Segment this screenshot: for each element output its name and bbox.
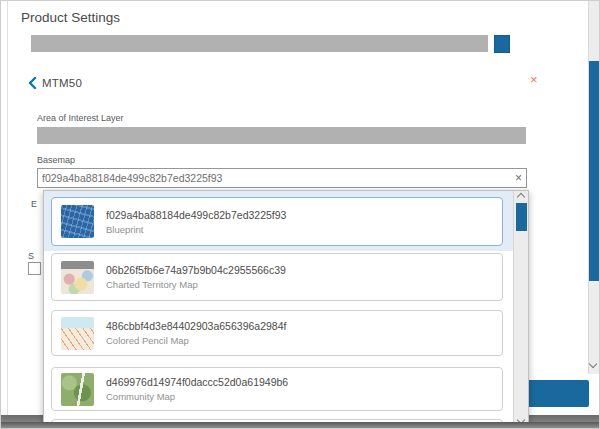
basemap-option[interactable]: 06b26f5fb6e74a97b9b04c2955566c39 Charted… bbox=[51, 253, 503, 301]
aoi-layer-label: Area of Interest Layer bbox=[37, 113, 124, 123]
redacted-product-bar bbox=[31, 35, 488, 52]
basemap-input[interactable] bbox=[38, 169, 526, 187]
dropdown-scroll-up-icon[interactable] bbox=[518, 194, 524, 200]
basemap-option-name: Charted Territory Map bbox=[106, 279, 286, 290]
basemap-option-id: 486cbbf4d3e84402903a656396a2984f bbox=[106, 320, 286, 332]
dropdown-scrollbar-track bbox=[513, 191, 528, 429]
charted-territory-thumbnail bbox=[61, 261, 94, 294]
page-title: Product Settings bbox=[21, 10, 120, 25]
page-scroll-down-icon[interactable] bbox=[590, 361, 600, 371]
chevron-left-icon bbox=[28, 77, 37, 89]
dialog-left-border bbox=[7, 1, 8, 415]
basemap-dropdown: f029a4ba88184de499c82b7ed3225f93 Bluepri… bbox=[43, 190, 529, 429]
community-thumbnail bbox=[61, 373, 94, 406]
clipped-field-label-1: E bbox=[31, 199, 37, 209]
basemap-option-name: Community Map bbox=[106, 391, 288, 402]
product-name-label: MTM50 bbox=[42, 77, 82, 89]
basemap-option-id: 06b26f5fb6e74a97b9b04c2955566c39 bbox=[106, 264, 286, 276]
blue-accent-button[interactable] bbox=[494, 35, 510, 53]
basemap-option[interactable]: f029a4ba88184de499c82b7ed3225f93 Bluepri… bbox=[51, 197, 503, 246]
close-icon[interactable]: × bbox=[530, 73, 538, 87]
blueprint-thumbnail bbox=[61, 205, 94, 238]
basemap-label: Basemap bbox=[37, 155, 75, 165]
basemap-dropdown-list: f029a4ba88184de499c82b7ed3225f93 Bluepri… bbox=[44, 191, 513, 429]
clipped-field-label-2: S bbox=[28, 251, 34, 261]
back-button[interactable]: MTM50 bbox=[28, 75, 82, 91]
basemap-option[interactable]: d469976d14974f0daccc52d0a61949b6 Communi… bbox=[51, 367, 503, 411]
primary-action-button[interactable] bbox=[525, 380, 589, 407]
partially-hidden-checkbox[interactable] bbox=[28, 262, 41, 275]
screenshot-bottom-edge bbox=[1, 422, 600, 429]
dropdown-scrollbar-thumb[interactable] bbox=[516, 203, 527, 231]
basemap-input-wrap: × bbox=[37, 168, 527, 188]
aoi-layer-input-redacted[interactable] bbox=[37, 127, 526, 144]
colored-pencil-thumbnail bbox=[61, 317, 94, 350]
basemap-option-id: d469976d14974f0daccc52d0a61949b6 bbox=[106, 376, 288, 388]
page-scrollbar-thumb[interactable] bbox=[589, 61, 600, 281]
basemap-option-id: f029a4ba88184de499c82b7ed3225f93 bbox=[106, 209, 286, 221]
basemap-option-name: Colored Pencil Map bbox=[106, 335, 286, 346]
basemap-option-name: Blueprint bbox=[106, 224, 286, 235]
clear-icon[interactable]: × bbox=[515, 171, 522, 186]
basemap-option[interactable]: 486cbbf4d3e84402903a656396a2984f Colored… bbox=[51, 310, 503, 356]
product-settings-window: Product Settings MTM50 × Area of Interes… bbox=[0, 0, 600, 429]
